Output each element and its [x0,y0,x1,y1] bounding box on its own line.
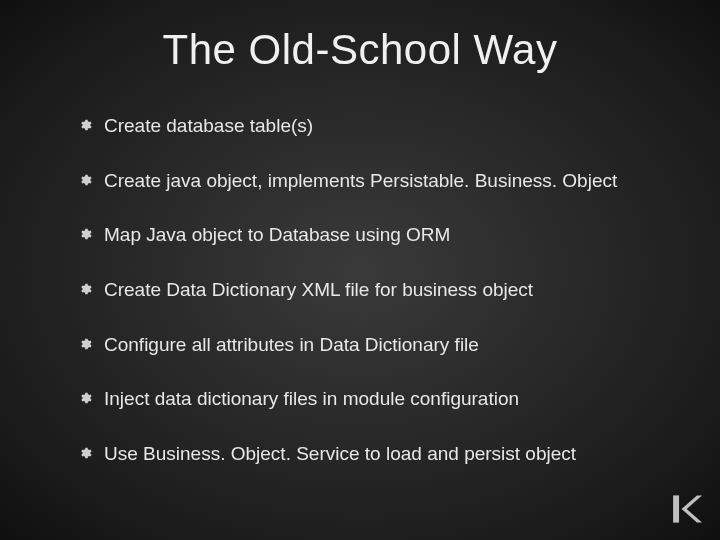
list-item: Configure all attributes in Data Diction… [78,333,660,358]
slide-title: The Old-School Way [60,26,660,74]
list-item-text: Configure all attributes in Data Diction… [104,334,479,355]
list-item-text: Create java object, implements Persistab… [104,170,617,191]
bullet-gear-icon [78,337,92,351]
bullet-list: Create database table(s) Create java obj… [60,114,660,467]
list-item: Create Data Dictionary XML file for busi… [78,278,660,303]
list-item-text: Create Data Dictionary XML file for busi… [104,279,533,300]
bullet-gear-icon [78,282,92,296]
list-item: Inject data dictionary files in module c… [78,387,660,412]
bullet-gear-icon [78,446,92,460]
k-logo-icon [668,492,702,526]
list-item-text: Create database table(s) [104,115,313,136]
bullet-gear-icon [78,173,92,187]
list-item: Create java object, implements Persistab… [78,169,660,194]
list-item-text: Map Java object to Database using ORM [104,224,450,245]
list-item-text: Inject data dictionary files in module c… [104,388,519,409]
list-item: Create database table(s) [78,114,660,139]
list-item: Map Java object to Database using ORM [78,223,660,248]
svg-rect-0 [673,495,679,522]
slide: The Old-School Way Create database table… [0,0,720,540]
svg-marker-1 [682,495,702,522]
bullet-gear-icon [78,227,92,241]
list-item: Use Business. Object. Service to load an… [78,442,660,467]
bullet-gear-icon [78,391,92,405]
bullet-gear-icon [78,118,92,132]
list-item-text: Use Business. Object. Service to load an… [104,443,576,464]
